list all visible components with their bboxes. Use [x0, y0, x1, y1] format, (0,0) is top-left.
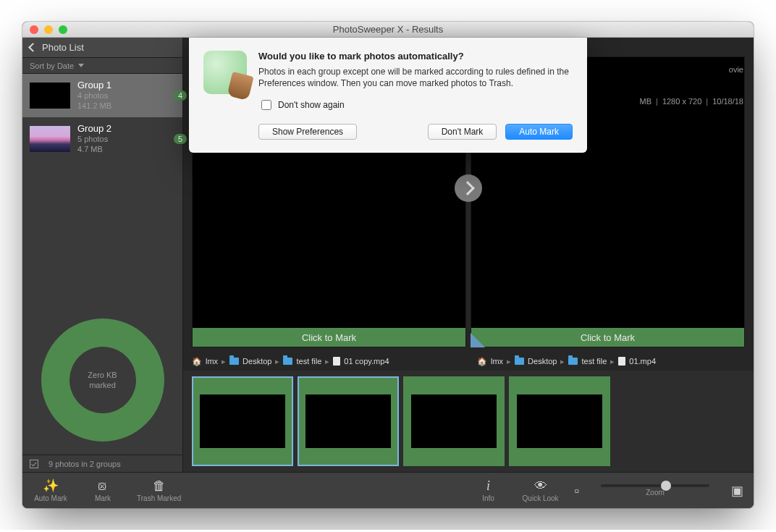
- sidebar: Photo List Sort by Date Group 1 4 photos…: [22, 38, 183, 472]
- checkbox-input[interactable]: [261, 100, 271, 110]
- mark-button-right[interactable]: Click to Mark: [471, 328, 744, 347]
- sidebar-footer: 9 photos in 2 groups: [22, 455, 182, 472]
- folder-icon: [229, 358, 239, 365]
- chevron-down-icon: [78, 64, 84, 67]
- group-count: 4 photos: [77, 91, 111, 101]
- group-thumbnail: [30, 83, 70, 109]
- zoom-slider[interactable]: [601, 484, 709, 487]
- path-file: 01.mp4: [629, 357, 656, 366]
- donut-line1: Zero KB: [88, 370, 117, 380]
- folder-icon: [568, 358, 578, 365]
- path-user: lmx: [491, 357, 503, 366]
- zoom-out-icon[interactable]: ▫: [575, 484, 579, 498]
- eye-icon: 👁: [534, 478, 547, 493]
- group-size: 4.7 MB: [77, 145, 111, 155]
- separator-icon: ▸: [560, 357, 565, 366]
- path-seg: test file: [581, 357, 607, 366]
- dialog-title: Would you like to mark photos automatica…: [258, 51, 573, 62]
- auto-mark-confirm-button[interactable]: Auto Mark: [505, 124, 573, 140]
- toolbar-label: Zoom: [646, 489, 665, 497]
- sort-label: Sort by Date: [30, 62, 74, 70]
- separator-icon: ▸: [507, 357, 511, 366]
- checkbox-label: Don't show again: [278, 100, 345, 110]
- thumbnail[interactable]: [298, 376, 399, 466]
- marked-size-donut: Zero KB marked: [41, 318, 164, 442]
- meta-size-fragment: MB: [640, 97, 652, 106]
- sidebar-back[interactable]: Photo List: [22, 38, 182, 58]
- thumbnail-strip: [183, 371, 754, 472]
- window-title: PhotoSweeper X - Results: [22, 24, 754, 35]
- separator-icon: ▸: [610, 357, 615, 366]
- thumbnail[interactable]: [403, 376, 505, 466]
- sidebar-back-label: Photo List: [42, 42, 84, 53]
- path-file: 01 copy.mp4: [344, 357, 389, 366]
- dont-mark-button[interactable]: Don't Mark: [428, 124, 497, 140]
- thumbnail[interactable]: [509, 376, 610, 466]
- zoom-in-icon[interactable]: ▣: [731, 484, 743, 498]
- toolbar-label: Info: [482, 494, 494, 502]
- expand-icon[interactable]: [30, 460, 38, 468]
- group-count: 5 photos: [77, 135, 111, 145]
- show-preferences-button[interactable]: Show Preferences: [258, 124, 357, 140]
- path-bar: 🏠 lmx ▸ Desktop ▸ test file ▸ 01 copy.mp…: [183, 352, 754, 371]
- path-user: lmx: [206, 357, 218, 366]
- meta-dimensions: 1280 x 720: [662, 97, 701, 106]
- auto-mark-dialog: Would you like to mark photos automatica…: [189, 38, 587, 153]
- auto-mark-button[interactable]: ✨ Auto Mark: [33, 478, 69, 502]
- path-seg: test file: [296, 357, 321, 366]
- item-meta-visible: ovie: [729, 65, 743, 74]
- quick-look-button[interactable]: 👁 Quick Look: [523, 478, 559, 502]
- dont-show-again-checkbox[interactable]: Don't show again: [258, 98, 573, 112]
- mark-icon: ⦻: [96, 478, 109, 493]
- toolbar-label: Trash Marked: [137, 494, 181, 502]
- group-row[interactable]: Group 2 5 photos 4.7 MB 5: [22, 117, 182, 161]
- folder-icon: [515, 358, 524, 365]
- donut-line2: marked: [89, 380, 116, 390]
- path-left[interactable]: 🏠 lmx ▸ Desktop ▸ test file ▸ 01 copy.mp…: [183, 352, 468, 371]
- mark-button[interactable]: ⦻ Mark: [85, 478, 121, 502]
- group-size: 141.2 MB: [77, 101, 111, 111]
- wand-icon: ✨: [43, 478, 59, 493]
- sidebar-sort[interactable]: Sort by Date: [22, 58, 182, 74]
- chevron-left-icon: [28, 43, 38, 52]
- app-window: PhotoSweeper X - Results Photo List Sort…: [22, 22, 754, 508]
- footer-summary: 9 photos in 2 groups: [48, 460, 121, 468]
- folder-icon: [283, 358, 292, 365]
- info-icon: i: [486, 478, 490, 493]
- path-seg: Desktop: [528, 357, 557, 366]
- group-title: Group 1: [77, 80, 111, 91]
- bottom-toolbar: ✨ Auto Mark ⦻ Mark 🗑 Trash Marked i Info…: [22, 472, 754, 508]
- file-icon: [333, 357, 340, 366]
- thumbnail[interactable]: [192, 376, 293, 466]
- dialog-message: Photos in each group except one will be …: [258, 66, 573, 89]
- meta-date: 10/18/18: [712, 97, 743, 106]
- group-thumbnail: [30, 126, 70, 152]
- titlebar: PhotoSweeper X - Results: [22, 22, 754, 38]
- group-title: Group 2: [77, 123, 111, 135]
- mark-button-left[interactable]: Click to Mark: [193, 328, 465, 347]
- meta-kind-fragment: ovie: [729, 65, 743, 74]
- corner-fold-icon: [471, 333, 485, 347]
- home-icon: 🏠: [477, 357, 487, 366]
- group-row[interactable]: Group 1 4 photos 141.2 MB 4: [22, 74, 182, 117]
- toolbar-label: Mark: [95, 494, 111, 502]
- path-seg: Desktop: [242, 357, 271, 366]
- item-meta-visible: MB | 1280 x 720 | 10/18/18: [640, 97, 743, 106]
- toolbar-label: Auto Mark: [34, 494, 67, 502]
- home-icon: 🏠: [192, 357, 202, 366]
- info-button[interactable]: i Info: [471, 478, 507, 502]
- trash-icon: 🗑: [153, 478, 166, 493]
- separator-icon: ▸: [325, 357, 329, 366]
- path-right[interactable]: 🏠 lmx ▸ Desktop ▸ test file ▸ 01.mp4: [468, 352, 754, 371]
- trash-marked-button[interactable]: 🗑 Trash Marked: [137, 478, 181, 502]
- app-icon: [203, 51, 247, 94]
- separator-icon: ▸: [222, 357, 226, 366]
- separator-icon: ▸: [275, 357, 279, 366]
- next-pair-button[interactable]: [455, 174, 482, 202]
- file-icon: [618, 357, 625, 366]
- toolbar-label: Quick Look: [523, 494, 559, 502]
